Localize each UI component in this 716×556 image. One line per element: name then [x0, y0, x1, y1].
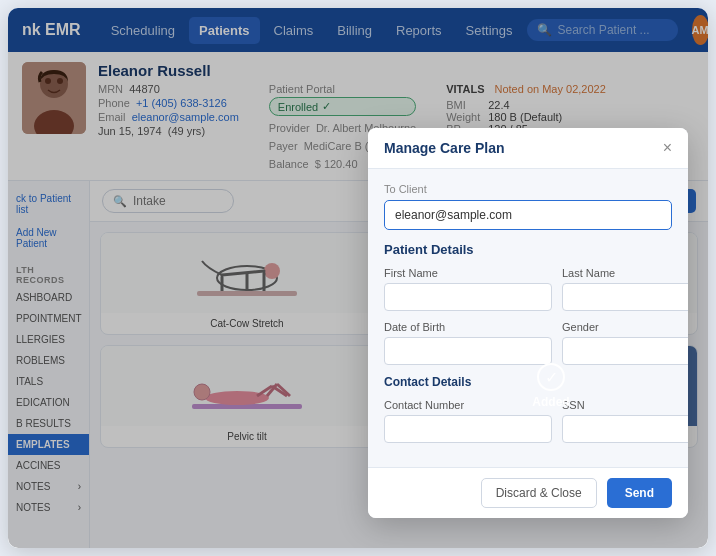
- to-client-label: To Client: [384, 183, 672, 195]
- gender-label: Gender: [562, 321, 688, 333]
- ssn-input[interactable]: [562, 415, 688, 443]
- contact-number-field: Contact Number: [384, 399, 552, 443]
- manage-care-plan-modal: Manage Care Plan × To Client eleanor@sam…: [368, 128, 688, 518]
- first-name-input[interactable]: [384, 283, 552, 311]
- dob-gender-row: Date of Birth Gender Male Marital Status: [384, 321, 672, 365]
- first-name-field: First Name: [384, 267, 552, 311]
- to-client-email: eleanor@sample.com: [384, 200, 672, 230]
- last-name-label: Last Name: [562, 267, 688, 279]
- contact-number-label: Contact Number: [384, 399, 552, 411]
- dob-field: Date of Birth: [384, 321, 552, 365]
- modal-title: Manage Care Plan: [384, 140, 505, 156]
- modal-overlay: Manage Care Plan × To Client eleanor@sam…: [8, 8, 708, 548]
- first-name-label: First Name: [384, 267, 552, 279]
- dob-label: Date of Birth: [384, 321, 552, 333]
- modal-body: To Client eleanor@sample.com Patient Det…: [368, 169, 688, 467]
- name-row: First Name Last Name: [384, 267, 672, 311]
- added-check-icon: ✓: [537, 363, 565, 391]
- discard-close-button[interactable]: Discard & Close: [481, 478, 597, 508]
- modal-close-button[interactable]: ×: [663, 140, 672, 156]
- gender-field: Gender Male: [562, 321, 688, 365]
- patient-details-title: Patient Details: [384, 242, 672, 257]
- ssn-field: SSN: [562, 399, 688, 443]
- contact-number-input[interactable]: [384, 415, 552, 443]
- contact-details-title: Contact Details: [384, 375, 672, 389]
- send-button[interactable]: Send: [607, 478, 672, 508]
- last-name-field: Last Name: [562, 267, 688, 311]
- added-text-label: Added: [532, 395, 569, 409]
- last-name-input[interactable]: [562, 283, 688, 311]
- modal-header: Manage Care Plan ×: [368, 128, 688, 169]
- modal-footer: Discard & Close Send: [368, 467, 688, 518]
- ssn-label: SSN: [562, 399, 688, 411]
- contact-row: Contact Number SSN: [384, 399, 672, 443]
- dob-input[interactable]: [384, 337, 552, 365]
- gender-input[interactable]: Male: [562, 337, 688, 365]
